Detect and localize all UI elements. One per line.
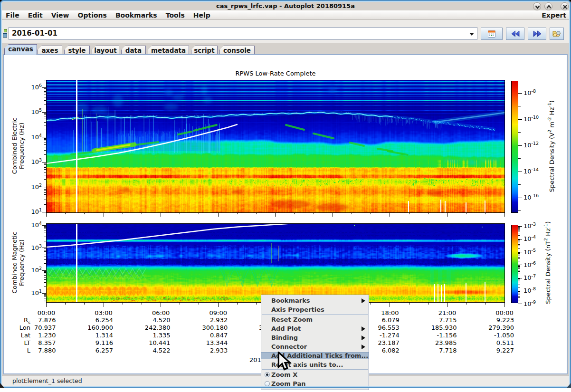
context-menu-item-zoom-pan[interactable]: Zoom Pan <box>261 379 369 388</box>
menu-bookmarks[interactable]: Bookmarks <box>111 10 162 20</box>
tab-console[interactable]: console <box>219 46 255 55</box>
annotation-value: 279.390 <box>473 324 514 331</box>
shade-button[interactable] <box>533 2 541 10</box>
maximize-button[interactable] <box>544 2 552 10</box>
expert-mode-label[interactable]: Expert <box>542 11 566 19</box>
menu-view[interactable]: View <box>47 10 74 20</box>
cbar2-tick-label: 10-3 <box>523 221 536 229</box>
colorbar-magnetic[interactable] <box>511 225 518 303</box>
plot2-x-minor-tick <box>142 302 142 305</box>
colorbar-electric[interactable] <box>511 81 518 213</box>
open-file-button[interactable] <box>550 28 564 40</box>
plot2-ytick-label: 104 <box>24 220 42 229</box>
plot1-y-minor-tick <box>44 150 46 151</box>
close-icon <box>562 4 568 10</box>
superscript-text: 5 <box>39 107 42 113</box>
plot2-x-major-tick <box>504 302 504 307</box>
plot2-y-major-tick <box>42 248 46 248</box>
menu-help[interactable]: Help <box>189 10 215 20</box>
cbar2-minor-tick <box>518 253 520 254</box>
xaxis-time-label: 00:00 <box>490 309 519 316</box>
cbar2-minor-tick <box>518 282 520 282</box>
menu-options[interactable]: Options <box>74 10 111 20</box>
tab-label: script <box>191 47 217 54</box>
xaxis-time-label: 18:00 <box>376 309 404 316</box>
context-menu-item-bookmarks[interactable]: Bookmarks <box>261 296 369 305</box>
forward-button[interactable] <box>528 28 546 40</box>
plot1-y-major-tick <box>42 212 46 212</box>
superscript-text: 1 <box>39 207 42 212</box>
cbar2-minor-tick <box>518 256 520 256</box>
cbar2-minor-tick <box>518 246 520 246</box>
cbar2-minor-tick <box>518 231 520 231</box>
context-menu-item-axis-properties[interactable]: Axis Properties <box>261 305 369 314</box>
plot1-y-minor-tick <box>44 120 46 120</box>
plot2-y-minor-tick <box>44 241 46 241</box>
title-bar[interactable]: cas_rpws_lrfc.vap - Autoplot 20180915a <box>1 1 570 10</box>
superscript-text: -2 <box>547 117 552 121</box>
plot2-y-minor-tick <box>44 229 46 229</box>
cbar2-minor-tick <box>518 268 520 269</box>
plot2-x-minor-tick <box>199 302 199 305</box>
plot1-ytick-label: 105 <box>24 107 42 115</box>
cbar2-minor-tick <box>518 255 520 255</box>
uri-dropdown-button[interactable] <box>467 27 477 40</box>
tab-canvas[interactable]: canvas <box>4 44 37 55</box>
tab-script[interactable]: script <box>191 46 218 55</box>
plot1-x-major-tick <box>104 212 104 217</box>
annotation-value: 0.511 <box>473 339 514 346</box>
cbar2-minor-tick <box>518 244 520 245</box>
annotation-value: 70.937 <box>15 324 56 331</box>
menu-tools[interactable]: Tools <box>162 10 189 20</box>
annotation-value: 13.344 <box>187 339 228 346</box>
dataset-icon-green-square <box>4 29 7 32</box>
plot1-y-minor-tick <box>44 169 46 170</box>
cbar2-minor-tick <box>518 268 520 268</box>
calendar-button[interactable] <box>481 28 503 40</box>
cbar2-minor-tick <box>518 285 520 285</box>
close-button[interactable] <box>561 2 569 10</box>
plot1-x-minor-tick <box>294 212 295 214</box>
cbar1-tick-label: 10-14 <box>523 167 539 175</box>
superscript-text: -5 <box>532 248 536 253</box>
plot2-ylabel: Combined MagneticFrequency (Hz) <box>11 215 25 310</box>
context-menu-item-connector[interactable]: Connector <box>261 342 369 351</box>
cbar2-minor-tick <box>518 240 520 240</box>
menu-file[interactable]: File <box>1 10 24 20</box>
plot2-y-minor-tick <box>44 251 46 252</box>
calendar-icon <box>488 30 496 38</box>
uri-input[interactable]: 2016-01-01 <box>9 27 467 40</box>
radio-unselected-icon <box>265 381 270 386</box>
tab-metadata[interactable]: metadata <box>148 46 189 55</box>
plot2-y-minor-tick <box>44 259 46 260</box>
tab-layout[interactable]: layout <box>92 46 119 55</box>
plot2-x-major-tick <box>46 302 47 307</box>
plot2-ytick-label: 103 <box>24 243 42 251</box>
cbar1-minor-tick <box>518 132 521 133</box>
annotation-value: 4.522 <box>130 347 171 354</box>
annotation-value: 23.985 <box>416 339 457 346</box>
plot2-y-minor-tick <box>44 232 46 232</box>
cbar1-minor-tick <box>518 210 521 211</box>
tab-style[interactable]: style <box>64 46 90 55</box>
spectrogram-magnetic[interactable] <box>47 224 504 302</box>
context-menu-item-binding[interactable]: Binding <box>261 333 369 342</box>
plot2-y-minor-tick <box>44 250 46 250</box>
context-menu-item-add-plot[interactable]: Add Plot <box>261 324 369 333</box>
annotation-value: 7.715 <box>416 316 457 324</box>
plot2-x-minor-tick <box>466 302 466 305</box>
plot1-y-major-tick <box>42 137 46 137</box>
plot2-y-minor-tick <box>44 257 46 257</box>
menu-edit[interactable]: Edit <box>24 10 47 20</box>
spectrogram-electric[interactable] <box>47 80 504 212</box>
cbar2-minor-tick <box>518 242 520 242</box>
back-button[interactable] <box>506 28 524 40</box>
tab-data[interactable]: data <box>121 46 146 55</box>
plot1-y-minor-tick <box>44 125 46 125</box>
tab-axes[interactable]: axes <box>38 46 62 55</box>
plot1-y-minor-tick <box>44 189 46 190</box>
menu-item-label: Reset Zoom <box>271 316 313 323</box>
context-menu-item-reset-zoom[interactable]: Reset Zoom <box>261 315 369 324</box>
plot1-x-minor-tick <box>142 212 142 214</box>
annotation-value: 242.380 <box>130 324 171 331</box>
